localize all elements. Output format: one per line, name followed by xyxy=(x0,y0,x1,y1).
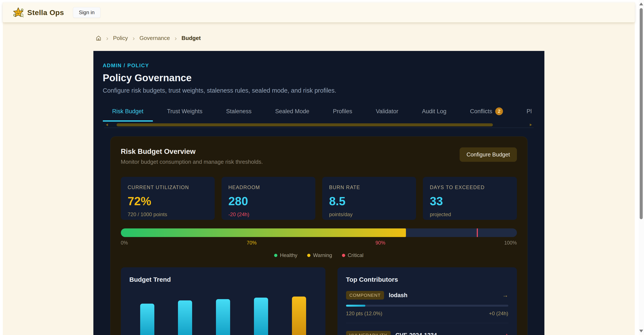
breadcrumb-item-governance[interactable]: Governance xyxy=(140,35,170,42)
sign-in-button[interactable]: Sign in xyxy=(73,7,100,18)
legend-item-critical: Critical xyxy=(342,252,364,258)
configure-budget-button[interactable]: Configure Budget xyxy=(460,147,517,162)
status-legend: HealthyWarningCritical xyxy=(121,252,517,258)
top-contributors-card: Top Contributors COMPONENTlodash→120 pts… xyxy=(338,267,517,335)
breadcrumb: › Policy › Governance › Budget xyxy=(94,35,544,42)
conflicts-count-badge: 2 xyxy=(495,107,503,115)
contributor-row: COMPONENTlodash→120 pts (12.0%)+0 (24h) xyxy=(346,291,508,323)
stat-label: CURRENT UTILIZATION xyxy=(128,185,208,190)
contributor-divider xyxy=(346,323,508,323)
tab-label: Validator xyxy=(376,108,398,115)
star-mascot-logo-icon xyxy=(13,7,24,18)
stat-subtext: -20 (24h) xyxy=(228,211,308,217)
tab-profiles[interactable]: Profiles xyxy=(324,107,362,122)
contributor-name: lodash xyxy=(389,292,408,299)
stat-value: 280 xyxy=(228,194,308,208)
brand-link[interactable]: Stella Ops xyxy=(13,7,64,18)
contributor-type-badge: COMPONENT xyxy=(346,291,384,299)
breadcrumb-separator-icon: › xyxy=(106,35,108,42)
stat-subtext: projected xyxy=(430,211,510,217)
stat-card: BURN RATE8.5points/day xyxy=(322,177,416,220)
tabs-horizontal-scrollbar[interactable] xyxy=(104,123,534,126)
contributor-progress-track xyxy=(346,305,508,307)
home-icon[interactable] xyxy=(96,35,102,41)
tab-label: Trust Weights xyxy=(167,108,202,115)
breadcrumb-separator-icon: › xyxy=(133,35,135,42)
legend-label: Warning xyxy=(313,252,332,258)
tab-audit-log[interactable]: Audit Log xyxy=(412,107,456,122)
trend-bar-column xyxy=(169,300,201,335)
legend-item-healthy: Healthy xyxy=(274,252,297,258)
legend-label: Critical xyxy=(348,252,364,258)
tabs-divider xyxy=(104,128,534,128)
stat-label: BURN RATE xyxy=(329,185,409,190)
stat-label: HEADROOM xyxy=(228,185,308,190)
stat-card: HEADROOM280-20 (24h) xyxy=(222,177,315,220)
tab-pl[interactable]: Pl xyxy=(517,107,541,122)
tab-risk-budget[interactable]: Risk Budget xyxy=(103,107,153,122)
topbar: Stella Ops Sign in xyxy=(3,3,635,22)
trend-bar xyxy=(140,304,154,335)
tab-label: Profiles xyxy=(333,108,352,115)
trend-flat-icon: → xyxy=(502,292,508,299)
page-scrollbar-thumb[interactable] xyxy=(640,8,643,219)
scroll-left-arrow-icon[interactable] xyxy=(106,124,108,126)
contributor-name: CVE-2024-1234 xyxy=(396,332,437,335)
page-vertical-scrollbar[interactable] xyxy=(639,0,644,335)
overview-title: Risk Budget Overview xyxy=(121,147,263,156)
legend-label: Healthy xyxy=(280,252,297,258)
tab-label: Risk Budget xyxy=(112,108,144,115)
breadcrumb-item-current: Budget xyxy=(182,35,201,42)
stat-label: DAYS TO EXCEEDED xyxy=(430,185,510,190)
top-contributors-title: Top Contributors xyxy=(346,276,508,283)
scroll-right-arrow-icon[interactable] xyxy=(530,124,532,126)
utilization-bar-track xyxy=(121,228,517,237)
trend-bar xyxy=(178,300,192,335)
tab-conflicts[interactable]: Conflicts2 xyxy=(461,107,512,122)
utilization-bar-fill xyxy=(121,228,406,237)
trend-bar-column xyxy=(245,298,277,335)
breadcrumb-item-policy[interactable]: Policy xyxy=(113,35,128,42)
trend-bar xyxy=(254,298,268,335)
trend-bar xyxy=(292,296,306,335)
tab-validator[interactable]: Validator xyxy=(366,107,408,122)
breadcrumb-separator-icon: › xyxy=(175,35,177,42)
contributor-row-header: COMPONENTlodash→ xyxy=(346,291,508,299)
tab-label: Sealed Mode xyxy=(275,108,309,115)
contributor-type-badge: VULNERABILITY xyxy=(346,331,391,335)
tab-label: Conflicts xyxy=(470,108,492,115)
app-background: Stella Ops Sign in › Policy › Governance… xyxy=(3,3,635,335)
budget-trend-title: Budget Trend xyxy=(130,276,317,283)
tab-staleness[interactable]: Staleness xyxy=(216,107,261,122)
trend-up-icon: ↑ xyxy=(505,332,508,335)
utilization-tick-label: 90% xyxy=(376,240,385,246)
overview-subtitle: Monitor budget consumption and manage ri… xyxy=(121,159,263,165)
legend-dot-icon xyxy=(274,254,277,257)
top-contributors-list: COMPONENTlodash→120 pts (12.0%)+0 (24h)V… xyxy=(346,291,508,335)
tab-label: Staleness xyxy=(226,108,252,115)
risk-budget-overview-card: Risk Budget Overview Monitor budget cons… xyxy=(110,136,528,335)
stat-card: DAYS TO EXCEEDED33projected xyxy=(423,177,517,220)
section-eyebrow: ADMIN / POLICY xyxy=(103,63,535,69)
scroll-up-arrow-icon[interactable] xyxy=(639,3,643,5)
tabs-scrollbar-thumb[interactable] xyxy=(116,123,493,126)
stat-value: 33 xyxy=(430,194,510,208)
scroll-down-arrow-icon[interactable] xyxy=(639,330,643,332)
legend-dot-icon xyxy=(342,254,345,257)
brand-name: Stella Ops xyxy=(27,8,64,17)
legend-dot-icon xyxy=(307,254,310,257)
trend-bar-column xyxy=(207,299,239,335)
trend-bar-column xyxy=(131,304,163,335)
contributor-stats-row: 120 pts (12.0%)+0 (24h) xyxy=(346,310,508,316)
contributor-row: VULNERABILITYCVE-2024-1234↑95 pts (9.5%)… xyxy=(346,331,508,335)
stat-value: 72% xyxy=(128,194,208,208)
budget-trend-bars xyxy=(130,286,317,335)
tab-bar: Risk BudgetTrust WeightsStalenessSealed … xyxy=(103,107,535,122)
utilization-axis-labels: 0%70%90%100% xyxy=(121,240,517,246)
page-subtitle: Configure risk budgets, trust weights, s… xyxy=(103,87,535,94)
stat-value: 8.5 xyxy=(329,194,409,208)
tab-sealed-mode[interactable]: Sealed Mode xyxy=(266,107,319,122)
contributor-delta: +0 (24h) xyxy=(489,310,508,316)
utilization-gauge: 0%70%90%100% HealthyWarningCritical xyxy=(121,228,517,258)
tab-trust-weights[interactable]: Trust Weights xyxy=(158,107,212,122)
